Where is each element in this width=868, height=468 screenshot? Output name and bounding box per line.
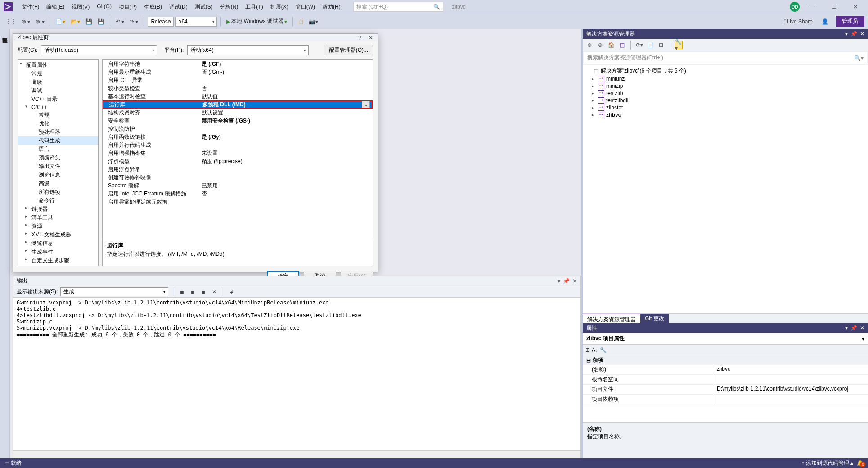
close-button[interactable]: ✕ <box>846 2 864 12</box>
out-tool-2[interactable]: ≣ <box>189 288 197 296</box>
output-pin-icon[interactable]: 📌 <box>563 278 570 284</box>
tree-node[interactable]: 调试 <box>18 86 98 95</box>
menu-item[interactable]: 文件(F) <box>18 1 43 13</box>
forward-button[interactable]: ⊛ ▾ <box>34 18 46 26</box>
undo-button[interactable]: ↶ ▾ <box>114 18 126 26</box>
solution-tree[interactable]: ⬚解决方案"zlibvc"(6 个项目，共 6 个)▸⁺⁺miniunz▸⁺⁺m… <box>583 65 868 313</box>
grid-row[interactable]: 启用最小重新生成否 (/Gm-) <box>103 68 373 76</box>
project-node[interactable]: ▸⁺⁺testzlibdll <box>583 97 868 104</box>
grid-row[interactable]: 启用函数级链接是 (/Gy) <box>103 133 373 141</box>
out-tool-1[interactable]: ≣ <box>178 288 186 296</box>
open-button[interactable]: 📂▾ <box>69 18 82 26</box>
menu-item[interactable]: 分析(N) <box>216 1 242 13</box>
tree-node[interactable]: 常规 <box>18 69 98 78</box>
panel-pin-icon[interactable]: 📌 <box>850 31 857 37</box>
props-row[interactable]: 项目文件D:\mylibs\zlib-1.2.11\contrib\vstudi… <box>583 385 868 395</box>
source-control-button[interactable]: ↑ 添加到源代码管理 ▴ <box>801 459 853 467</box>
menu-item[interactable]: 编辑(E) <box>43 1 68 13</box>
grid-row[interactable]: 运行库多线程 DLL (/MD) <box>103 100 373 109</box>
menu-item[interactable]: 窗口(W) <box>292 1 319 13</box>
minimize-button[interactable]: — <box>803 2 821 12</box>
feedback-icon[interactable]: 👤 <box>820 18 830 26</box>
tree-node[interactable]: ▸生成事件 <box>18 248 98 256</box>
props-category[interactable]: ⊟ 杂项 <box>583 355 868 365</box>
tree-node[interactable]: 预编译头 <box>18 154 98 162</box>
grid-row[interactable]: 启用浮点异常 <box>103 165 373 173</box>
back-button[interactable]: ⊛ ▾ <box>20 18 32 26</box>
out-clear-icon[interactable]: ✕ <box>210 288 218 296</box>
solution-root[interactable]: ⬚解决方案"zlibvc"(6 个项目，共 6 个) <box>583 67 868 75</box>
tree-node[interactable]: 代码生成 <box>18 136 98 145</box>
sol-sync-icon[interactable]: ⟳▾ <box>635 41 643 49</box>
grid-row[interactable]: 控制流防护 <box>103 125 373 133</box>
tree-node[interactable]: ▸浏览信息 <box>18 239 98 248</box>
config-manager-button[interactable]: 配置管理器(O)... <box>324 45 373 55</box>
platform-dropdown[interactable]: x64 <box>175 17 217 27</box>
tree-node[interactable]: VC++ 目录 <box>18 95 98 104</box>
new-project-button[interactable]: 📄▾ <box>54 18 67 26</box>
tree-node[interactable]: 浏览信息 <box>18 171 98 179</box>
grid-row[interactable]: 创建可热修补映像 <box>103 173 373 182</box>
maximize-button[interactable]: ☐ <box>825 2 843 12</box>
props-wrench-icon[interactable]: 🔧 <box>600 347 607 353</box>
sol-show-icon[interactable]: 📄 <box>646 41 654 49</box>
sol-collapse-icon[interactable]: ⊟ <box>657 41 665 49</box>
grid-row[interactable]: 启用异常处理延续元数据 <box>103 198 373 206</box>
grid-row[interactable]: 启用并行代码生成 <box>103 141 373 149</box>
notifications-icon[interactable]: 🔔3 <box>857 460 864 466</box>
properties-subject[interactable]: zlibvc 项目属性▾ <box>583 333 868 345</box>
tree-node[interactable]: ▸自定义生成步骤 <box>18 256 98 265</box>
tree-node[interactable]: 高级 <box>18 179 98 188</box>
menu-item[interactable]: 扩展(X) <box>267 1 292 13</box>
properties-grid[interactable]: ⊟ 杂项(名称)zlibvc根命名空间项目文件D:\mylibs\zlib-1.… <box>583 355 868 422</box>
toolbar-extra-1[interactable]: ⬚ <box>297 18 305 26</box>
output-text[interactable]: 6>miniunz.vcxproj -> D:\mylibs\zlib-1.2.… <box>13 298 580 450</box>
menu-item[interactable]: 调试(D) <box>166 1 191 13</box>
tree-node[interactable]: ▸资源 <box>18 222 98 231</box>
tree-node[interactable]: 语言 <box>18 145 98 154</box>
user-avatar[interactable]: QD <box>790 2 800 12</box>
sol-back-icon[interactable]: ⊛ <box>585 41 594 49</box>
tab-git-changes[interactable]: Git 更改 <box>640 314 669 323</box>
grid-row[interactable]: 启用字符串池是 (/GF) <box>103 60 373 68</box>
tree-node[interactable]: 常规 <box>18 111 98 119</box>
grid-row[interactable]: 启用增强指令集未设置 <box>103 149 373 157</box>
help-icon[interactable]: ? <box>358 35 361 41</box>
start-debug-button[interactable]: ▶ 本地 Windows 调试器 ▾ <box>225 17 288 26</box>
save-all-button[interactable]: 💾 <box>96 18 106 26</box>
tree-node[interactable]: 输出文件 <box>18 162 98 171</box>
tree-node[interactable]: 命令行 <box>18 196 98 205</box>
property-grid[interactable]: 启用字符串池是 (/GF)启用最小重新生成否 (/Gm-)启用 C++ 异常较小… <box>102 59 373 239</box>
props-cat-icon[interactable]: ⊞ <box>585 347 590 353</box>
output-hscrollbar[interactable] <box>13 450 580 458</box>
tree-node[interactable]: 优化 <box>18 119 98 128</box>
sol-switch-icon[interactable]: ◫ <box>618 41 626 49</box>
sol-fwd-icon[interactable]: ⊛ <box>596 41 604 49</box>
props-row[interactable]: 项目依赖项 <box>583 395 868 404</box>
output-close-icon[interactable]: ✕ <box>572 278 577 284</box>
grid-row[interactable]: 启用 Intel JCC Erratum 缓解措施否 <box>103 190 373 198</box>
props-row[interactable]: (名称)zlibvc <box>583 365 868 375</box>
panel-dropdown-icon[interactable]: ▾ <box>845 31 848 37</box>
panel-close-icon[interactable]: ✕ <box>860 31 864 37</box>
tab-solution-explorer[interactable]: 解决方案资源管理器 <box>583 314 640 323</box>
output-dropdown-icon[interactable]: ▾ <box>558 278 560 284</box>
menu-item[interactable]: 视图(V) <box>68 1 93 13</box>
liveshare-button[interactable]: ⤴ Live Share <box>782 18 814 26</box>
tree-node[interactable]: 高级 <box>18 78 98 86</box>
project-node[interactable]: ▸⁺⁺miniunz <box>583 75 868 82</box>
tree-node[interactable]: ▾C/C++ <box>18 104 98 111</box>
menu-item[interactable]: 项目(P) <box>115 1 140 13</box>
tree-node[interactable]: ▸链接器 <box>18 205 98 214</box>
project-node[interactable]: ▸⁺⁺zlibvc <box>583 111 868 118</box>
project-node[interactable]: ▸⁺⁺testzlib <box>583 90 868 97</box>
out-tool-3[interactable]: ≣ <box>199 288 207 296</box>
dialog-close-icon[interactable]: ✕ <box>369 35 373 41</box>
save-button[interactable]: 💾 <box>84 18 94 26</box>
sol-home-icon[interactable]: 🏠 <box>607 41 615 49</box>
property-tree[interactable]: ▾配置属性常规高级调试VC++ 目录▾C/C++常规优化预处理器代码生成语言预编… <box>18 59 99 266</box>
platform-combo[interactable]: 活动(x64) <box>187 45 309 55</box>
props-az-icon[interactable]: A↓ <box>592 347 598 353</box>
grid-row[interactable]: 安全检查禁用安全检查 (/GS-) <box>103 117 373 125</box>
server-explorer-tab[interactable]: 服务器资源管理器 <box>0 32 9 458</box>
